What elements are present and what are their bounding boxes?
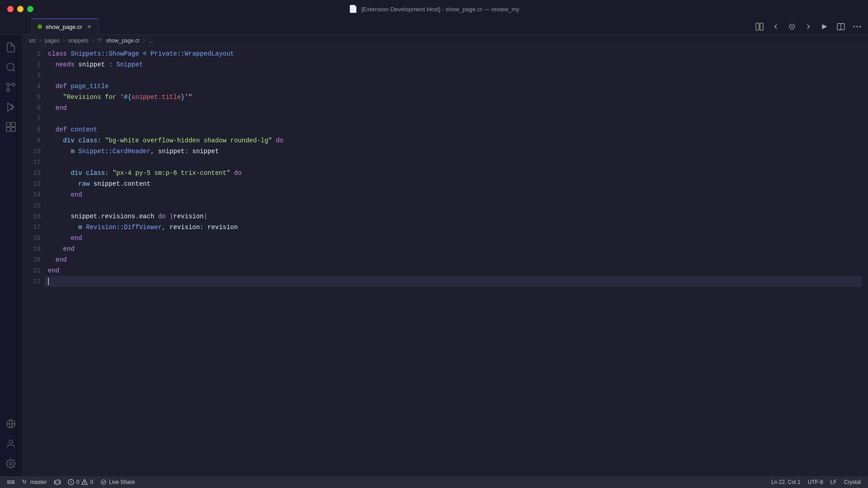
- file-icon: 📄: [349, 5, 358, 14]
- breadcrumb-pages[interactable]: pages: [45, 38, 60, 44]
- minimize-button[interactable]: [17, 6, 24, 12]
- sidebar-item-search[interactable]: [2, 58, 20, 76]
- code-line-8: def content: [44, 124, 862, 135]
- svg-point-29: [71, 483, 71, 483]
- branch-name: master: [30, 479, 47, 485]
- status-liveshare[interactable]: Live Share: [97, 479, 138, 485]
- svg-line-10: [13, 70, 15, 71]
- code-editor[interactable]: 12345 678910 1112131415 1617181920 2122 …: [22, 47, 868, 476]
- maximize-button[interactable]: [27, 6, 33, 12]
- tab-show-page[interactable]: show_page.cr ✕: [32, 19, 99, 34]
- more-actions-button[interactable]: [850, 19, 864, 34]
- code-line-10: m Snippet::CardHeader, snippet: snippet: [44, 146, 862, 157]
- breadcrumb-snippets[interactable]: snippets: [68, 38, 89, 44]
- svg-point-31: [85, 483, 85, 484]
- sidebar-item-source-control[interactable]: [2, 78, 20, 96]
- run-debug-button[interactable]: [817, 19, 832, 34]
- svg-point-13: [12, 83, 15, 86]
- svg-rect-20: [6, 127, 10, 131]
- status-branch[interactable]: master: [18, 479, 51, 485]
- code-line-13: raw snippet.content: [44, 178, 862, 189]
- liveshare-icon: [100, 479, 107, 485]
- go-marker-button[interactable]: [785, 19, 799, 34]
- status-errors[interactable]: 0 0: [64, 479, 97, 485]
- status-language[interactable]: Crystal: [840, 479, 864, 485]
- code-line-9: div class: "bg-white overflow-hidden sha…: [44, 135, 862, 146]
- svg-rect-0: [756, 23, 759, 30]
- title-bar: 📄 [Extension Development Host] - show_pa…: [0, 0, 868, 18]
- svg-point-25: [10, 482, 11, 483]
- sync-icon: [54, 479, 61, 485]
- breadcrumb-file[interactable]: show_page.cr: [106, 38, 140, 44]
- svg-marker-16: [8, 103, 14, 111]
- shield-icon: 🛡: [97, 38, 103, 44]
- sidebar-item-account[interactable]: [2, 435, 20, 453]
- svg-point-23: [9, 462, 12, 465]
- code-line-16: snippet.revisions.each do |revision|: [44, 211, 862, 222]
- status-encoding[interactable]: UTF-8: [804, 479, 827, 485]
- sidebar-item-run-debug[interactable]: [2, 98, 20, 116]
- svg-point-22: [9, 440, 12, 443]
- main-layout: src > pages > snippets > 🛡 show_page.cr …: [0, 35, 868, 476]
- window-controls: [7, 6, 33, 12]
- svg-point-6: [854, 26, 855, 27]
- svg-rect-19: [11, 122, 15, 127]
- svg-point-12: [7, 89, 9, 91]
- go-forward-button[interactable]: [801, 19, 816, 34]
- window-title: [Extension Development Host] - show_page…: [361, 6, 519, 13]
- crystal-icon: [38, 24, 42, 29]
- line-numbers: 12345 678910 1112131415 1617181920 2122: [22, 47, 44, 476]
- split-left-button[interactable]: [752, 19, 767, 34]
- svg-point-9: [7, 63, 14, 70]
- svg-point-24: [9, 482, 9, 483]
- error-icon: [68, 479, 74, 485]
- code-line-11: [44, 157, 862, 168]
- code-line-2: needs snippet : Snippet: [44, 59, 862, 70]
- svg-point-32: [101, 480, 106, 485]
- error-count: 0: [76, 479, 80, 485]
- go-back-button[interactable]: [769, 19, 783, 34]
- code-line-7: [44, 113, 862, 124]
- scrollbar-track[interactable]: [862, 47, 868, 476]
- remote-icon: [7, 479, 14, 486]
- close-button[interactable]: [7, 6, 14, 12]
- activity-bar-bottom: [2, 415, 20, 473]
- status-bar: master 0 0 Live Share Ln 22, Col 1 UTF-8…: [0, 476, 868, 488]
- status-bar-left: master 0 0 Live Share: [4, 479, 138, 486]
- code-line-17: m Revision::DiffViewer, revision: revisi…: [44, 222, 862, 233]
- activity-bar: [0, 35, 22, 476]
- breadcrumb-src[interactable]: src: [29, 38, 36, 44]
- sidebar-item-explorer[interactable]: [2, 38, 20, 56]
- svg-rect-18: [6, 122, 10, 127]
- code-line-15: [44, 200, 862, 211]
- svg-point-11: [7, 83, 9, 86]
- editor-area: src > pages > snippets > 🛡 show_page.cr …: [22, 35, 868, 476]
- warning-icon: [81, 479, 88, 485]
- liveshare-label: Live Share: [109, 479, 135, 485]
- tab-label: show_page.cr: [46, 23, 82, 30]
- toolbar-right: [752, 18, 864, 35]
- tab-close-button[interactable]: ✕: [86, 23, 93, 30]
- status-sync[interactable]: [51, 479, 64, 485]
- tab-bar: show_page.cr ✕: [0, 18, 868, 35]
- svg-point-8: [859, 26, 861, 27]
- code-line-4: def page_title: [44, 81, 862, 92]
- code-line-1: class Snippets::ShowPage < Private::Wrap…: [44, 48, 862, 59]
- git-branch-icon: [22, 479, 28, 485]
- breadcrumb: src > pages > snippets > 🛡 show_page.cr …: [22, 35, 868, 47]
- code-line-20: end: [44, 254, 862, 265]
- sidebar-item-extensions[interactable]: [2, 118, 20, 136]
- code-line-12: div class: "px-4 py-5 sm:p-6 trix-conten…: [44, 168, 862, 178]
- status-eol[interactable]: LF: [827, 479, 840, 485]
- sidebar-item-settings[interactable]: [2, 455, 20, 473]
- code-line-19: end: [44, 244, 862, 254]
- status-position[interactable]: Ln 22, Col 1: [768, 479, 804, 485]
- status-remote[interactable]: [4, 479, 18, 486]
- code-line-21: end: [44, 265, 862, 276]
- code-line-22: [44, 276, 862, 287]
- code-lines: class Snippets::ShowPage < Private::Wrap…: [44, 47, 862, 476]
- sidebar-item-remote[interactable]: [2, 415, 20, 433]
- code-line-5: "Revisions for '#{snippet.title}'": [44, 92, 862, 103]
- breadcrumb-symbol[interactable]: ...: [148, 38, 153, 44]
- split-editor-button[interactable]: [834, 19, 848, 34]
